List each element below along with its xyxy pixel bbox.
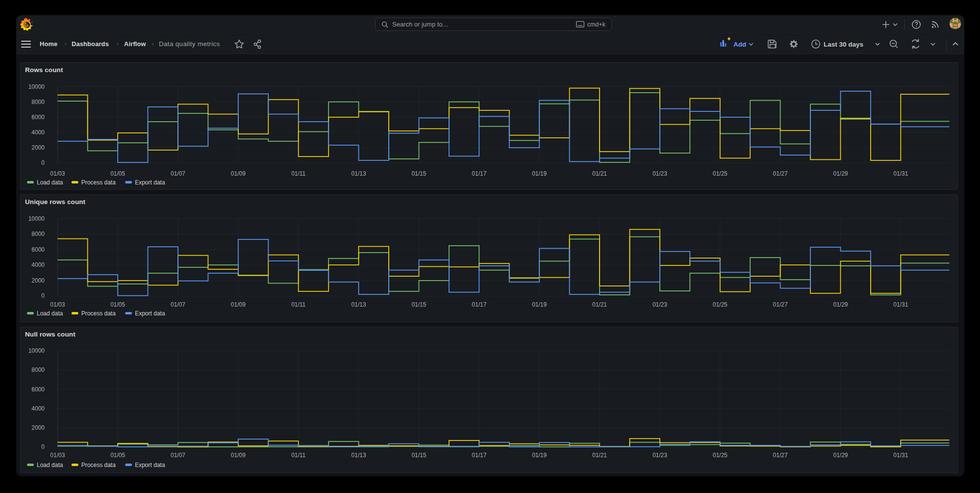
svg-text:Process data: Process data: [81, 179, 116, 186]
svg-text:01/31: 01/31: [893, 301, 908, 308]
svg-text:6000: 6000: [31, 386, 45, 393]
svg-text:01/27: 01/27: [773, 301, 788, 308]
svg-text:01/09: 01/09: [231, 301, 246, 308]
svg-text:01/25: 01/25: [713, 452, 728, 459]
svg-text:01/19: 01/19: [532, 301, 547, 308]
svg-text:01/03: 01/03: [50, 301, 65, 308]
svg-text:01/27: 01/27: [773, 452, 788, 459]
svg-text:01/19: 01/19: [532, 452, 547, 459]
svg-text:01/31: 01/31: [893, 170, 908, 177]
svg-text:8000: 8000: [31, 366, 45, 373]
svg-text:6000: 6000: [31, 114, 45, 121]
svg-text:01/23: 01/23: [653, 452, 667, 459]
svg-text:01/21: 01/21: [592, 301, 607, 308]
svg-text:01/27: 01/27: [773, 170, 788, 177]
svg-text:01/07: 01/07: [171, 301, 185, 308]
svg-text:01/03: 01/03: [50, 452, 65, 459]
svg-text:01/11: 01/11: [291, 452, 305, 459]
svg-text:01/29: 01/29: [833, 452, 848, 459]
svg-text:6000: 6000: [31, 246, 45, 253]
svg-text:Load data: Load data: [37, 179, 63, 186]
svg-text:01/31: 01/31: [893, 452, 908, 459]
svg-text:10000: 10000: [28, 347, 45, 354]
svg-text:Export data: Export data: [135, 179, 165, 186]
svg-text:01/05: 01/05: [110, 452, 125, 459]
svg-text:01/15: 01/15: [411, 452, 426, 459]
svg-text:0: 0: [41, 159, 45, 166]
svg-text:01/11: 01/11: [291, 301, 305, 308]
svg-text:Export data: Export data: [135, 310, 165, 317]
svg-text:01/25: 01/25: [713, 301, 728, 308]
svg-text:01/25: 01/25: [713, 170, 728, 177]
svg-text:01/13: 01/13: [352, 170, 366, 177]
svg-text:2000: 2000: [31, 277, 45, 284]
svg-text:01/13: 01/13: [352, 452, 366, 459]
svg-text:0: 0: [41, 292, 45, 299]
svg-text:Process data: Process data: [81, 462, 116, 468]
svg-text:01/05: 01/05: [110, 170, 125, 177]
svg-text:8000: 8000: [31, 231, 45, 237]
svg-text:01/03: 01/03: [50, 170, 65, 177]
svg-text:01/15: 01/15: [411, 301, 426, 308]
svg-text:4000: 4000: [31, 405, 45, 412]
svg-text:01/17: 01/17: [472, 170, 486, 177]
svg-text:01/21: 01/21: [592, 170, 607, 177]
svg-text:01/09: 01/09: [231, 452, 246, 459]
svg-text:01/07: 01/07: [171, 170, 185, 177]
svg-text:Export data: Export data: [135, 462, 165, 468]
svg-text:01/07: 01/07: [171, 452, 185, 459]
svg-text:8000: 8000: [31, 99, 45, 105]
svg-text:01/21: 01/21: [592, 452, 607, 459]
svg-text:0: 0: [41, 443, 45, 450]
svg-text:4000: 4000: [31, 261, 45, 268]
svg-text:2000: 2000: [31, 144, 45, 151]
svg-text:10000: 10000: [28, 83, 45, 90]
svg-text:01/15: 01/15: [411, 170, 426, 177]
svg-text:01/17: 01/17: [472, 452, 486, 459]
svg-text:Load data: Load data: [37, 310, 63, 317]
svg-text:01/17: 01/17: [472, 301, 486, 308]
svg-text:01/13: 01/13: [352, 301, 366, 308]
svg-text:01/29: 01/29: [833, 170, 848, 177]
svg-text:01/09: 01/09: [231, 170, 246, 177]
svg-text:01/05: 01/05: [110, 301, 125, 308]
svg-text:01/29: 01/29: [833, 301, 848, 308]
svg-text:2000: 2000: [31, 424, 45, 431]
svg-text:Load data: Load data: [37, 462, 63, 468]
svg-text:01/23: 01/23: [653, 301, 667, 308]
svg-text:01/19: 01/19: [532, 170, 547, 177]
svg-text:01/23: 01/23: [653, 170, 667, 177]
svg-text:4000: 4000: [31, 129, 45, 136]
svg-text:01/11: 01/11: [291, 170, 305, 177]
svg-text:Process data: Process data: [81, 310, 116, 317]
svg-text:10000: 10000: [28, 215, 45, 222]
